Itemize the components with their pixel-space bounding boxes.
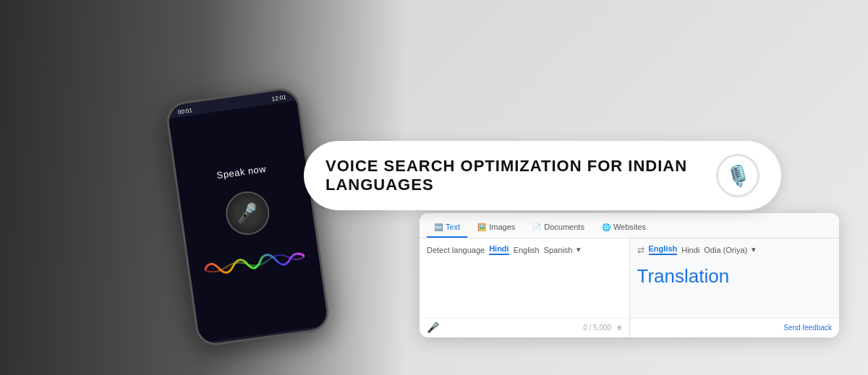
waveform — [202, 241, 306, 284]
mic-badge: 🎙️ — [716, 154, 760, 197]
phone-mic-circle: 🎤 — [223, 189, 272, 238]
title-banner: VOICE SEARCH OPTIMIZATION FOR INDIAN LAN… — [304, 141, 781, 210]
target-lang3[interactable]: Odia (Oriya) — [704, 246, 747, 254]
documents-tab-label: Documents — [544, 223, 584, 231]
target-footer: Send feedback — [630, 318, 840, 337]
documents-tab-icon: 📄 — [532, 223, 541, 231]
target-panel: ⇄ English Hindi Odia (Oriya) ▾ Translati… — [630, 238, 840, 318]
phone-time-left: 00:01 — [177, 107, 192, 116]
tab-documents[interactable]: 📄 Documents — [525, 219, 592, 238]
source-mic-button[interactable]: 🎤 — [427, 322, 439, 333]
speak-now-label: Speak now — [216, 163, 267, 180]
translate-widget: 🔤 Text 🖼️ Images 📄 Documents 🌐 Websites … — [420, 213, 839, 337]
images-tab-label: Images — [489, 223, 515, 231]
char-count: 0 / 5,000 — [583, 324, 611, 332]
widget-footer-row: 🎤 0 / 5,000 ≡ Send feedback — [420, 318, 839, 337]
target-lang2[interactable]: Hindi — [681, 246, 699, 254]
source-lang1[interactable]: Hindi — [489, 244, 509, 255]
source-panel: Detect language Hindi English Spanish ▾ — [420, 238, 630, 318]
text-tab-label: Text — [446, 223, 460, 231]
target-lang-selector: ⇄ English Hindi Odia (Oriya) ▾ — [637, 244, 833, 255]
detect-language-option[interactable]: Detect language — [427, 246, 485, 254]
tab-images[interactable]: 🖼️ Images — [470, 219, 522, 238]
target-lang-dropdown[interactable]: ▾ — [752, 245, 756, 254]
websites-tab-icon: 🌐 — [602, 223, 610, 231]
source-lang-dropdown[interactable]: ▾ — [576, 245, 581, 254]
swap-languages-icon[interactable]: ⇄ — [637, 245, 644, 255]
phone-time-right: 12:01 — [271, 94, 286, 103]
main-title: VOICE SEARCH OPTIMIZATION FOR INDIAN LAN… — [326, 157, 705, 194]
images-tab-icon: 🖼️ — [477, 223, 486, 231]
mic-badge-icon: 🎙️ — [726, 164, 751, 188]
source-lang3[interactable]: Spanish — [544, 246, 573, 254]
phone-mic-icon: 🎤 — [235, 202, 260, 225]
widget-tabs: 🔤 Text 🖼️ Images 📄 Documents 🌐 Websites — [420, 213, 839, 238]
tab-text[interactable]: 🔤 Text — [427, 219, 467, 238]
source-text-area[interactable] — [427, 261, 622, 297]
source-lang-selector: Detect language Hindi English Spanish ▾ — [427, 244, 622, 255]
tab-websites[interactable]: 🌐 Websites — [595, 219, 653, 238]
text-tab-icon: 🔤 — [434, 223, 443, 231]
websites-tab-label: Websites — [613, 223, 646, 231]
source-footer: 🎤 0 / 5,000 ≡ — [420, 318, 630, 337]
translation-output: Translation — [637, 261, 833, 292]
more-options-icon[interactable]: ≡ — [617, 323, 621, 332]
widget-body: Detect language Hindi English Spanish ▾ … — [420, 238, 839, 318]
send-feedback-link[interactable]: Send feedback — [783, 324, 832, 332]
source-lang2[interactable]: English — [514, 246, 540, 254]
target-lang1[interactable]: English — [649, 244, 678, 255]
